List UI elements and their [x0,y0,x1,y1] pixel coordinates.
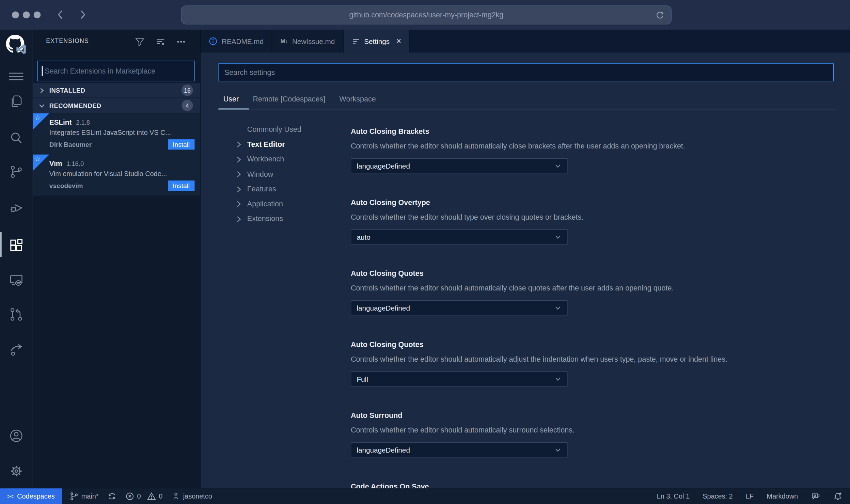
explorer-icon[interactable] [9,94,24,109]
settings-editor-icon [352,37,360,45]
extensions-icon[interactable] [9,237,24,253]
extensions-search-input[interactable] [43,67,194,75]
browser-titlebar: github.com/codespaces/user-my-project-mg… [0,0,850,30]
tree-item-application[interactable]: Application [225,196,344,211]
tree-item-window[interactable]: Window [225,167,344,182]
chevron-down-icon [554,162,562,170]
clear-extensions-icon[interactable] [156,37,166,47]
settings-gear-icon[interactable] [9,463,24,479]
tab-newissue[interactable]: M↓ NewIssue.md [272,30,344,53]
extension-publisher: vscodevim [49,182,83,189]
github-codespaces-logo [6,35,28,59]
address-bar[interactable]: github.com/codespaces/user-my-project-mg… [181,5,672,25]
extensions-sidebar: EXTENSIONS [33,30,201,489]
setting-title: Code Actions On Save [351,482,844,489]
window-minimize-dot[interactable] [23,11,30,18]
editor-group: README.md M↓ NewIssue.md Settings × [201,30,850,489]
codespaces-remote-button[interactable]: >< Codespaces [0,488,62,504]
window-close-dot[interactable] [12,11,19,18]
search-icon[interactable] [9,131,24,146]
installed-count-badge: 16 [182,84,193,96]
tree-item-workbench[interactable]: Workbench [225,152,344,167]
extension-description: Vim emulation for Visual Studio Code... [49,170,195,178]
pull-requests-icon[interactable] [9,307,24,322]
tree-item-commonly-used[interactable]: Commonly Used [225,122,344,137]
codespaces-label: Codespaces [17,492,55,500]
tab-readme[interactable]: README.md [201,30,272,53]
forward-icon[interactable] [76,8,89,21]
person-icon [171,492,180,501]
chevron-down-icon [554,304,562,312]
window-maximize-dot[interactable] [34,11,41,18]
scope-tab-remote[interactable]: Remote [Codespaces] [253,95,326,103]
settings-search-box[interactable] [218,63,834,81]
branch-indicator[interactable]: main* [69,492,99,501]
setting-title: Auto Closing Quotes [351,268,844,279]
chevron-down-icon [554,446,562,454]
extension-item-eslint[interactable]: ☆ ESLint 2.1.8 Integrates ESLint JavaScr… [33,113,200,155]
section-recommended[interactable]: RECOMMENDED 4 [33,98,200,113]
tree-item-extensions[interactable]: Extensions [225,211,344,226]
status-bar: >< Codespaces main* [0,488,850,504]
extension-name: Vim [49,159,62,168]
setting-title: Auto Surround [351,410,844,421]
source-control-icon[interactable] [9,164,24,179]
remote-explorer-icon[interactable] [9,273,24,288]
tree-item-features[interactable]: Features [225,182,344,196]
language-mode[interactable]: Markdown [767,492,798,500]
section-installed[interactable]: INSTALLED 16 [33,83,200,98]
sidebar-header: EXTENSIONS [33,30,200,53]
remote-icon: >< [7,493,13,499]
install-button[interactable]: Install [168,139,195,149]
warning-count: 0 [159,492,162,500]
errors-icon [125,492,135,501]
setting-dropdown[interactable]: Full [351,371,568,387]
editor-tabs: README.md M↓ NewIssue.md Settings × [201,30,850,53]
extension-version: 2.1.8 [76,119,90,126]
problems-indicator[interactable]: 0 0 [125,492,163,501]
close-icon[interactable]: × [396,37,401,45]
setting-description: Controls whether the editor should type … [351,212,844,223]
setting-dropdown[interactable]: auto [351,229,568,245]
section-label: RECOMMENDED [49,102,101,109]
window-controls[interactable] [12,11,41,18]
reload-icon[interactable] [655,10,665,20]
more-actions-icon[interactable] [176,37,186,47]
setting-dropdown[interactable]: languageDefined [351,300,568,316]
indentation[interactable]: Spaces: 2 [703,492,733,500]
sync-button[interactable] [107,492,116,501]
tab-label: README.md [222,37,264,45]
tab-settings[interactable]: Settings × [344,30,410,53]
setting-auto-closing-quotes: Auto Closing Quotes Controls whether the… [351,268,844,315]
run-debug-icon[interactable] [9,200,24,215]
back-icon[interactable] [54,8,67,21]
menu-hamburger-icon[interactable] [9,69,24,84]
account-icon[interactable] [9,428,24,444]
extension-item-vim[interactable]: ☆ Vim 1.16.0 Vim emulation for Visual St… [33,155,200,196]
eol-sequence[interactable]: LF [746,492,754,500]
user-indicator[interactable]: jasonetco [171,492,212,501]
filter-icon[interactable] [135,37,145,47]
cursor-position[interactable]: Ln 3, Col 1 [657,492,690,500]
extension-name: ESLint [49,118,72,126]
setting-dropdown[interactable]: languageDefined [351,158,568,174]
setting-auto-surround: Auto Surround Controls whether the edito… [351,410,844,457]
extensions-search-box[interactable] [37,61,195,81]
setting-dropdown[interactable]: languageDefined [351,442,568,458]
chevron-right-icon [37,86,46,94]
feedback-icon[interactable] [811,492,820,501]
tree-item-text-editor[interactable]: Text Editor [225,137,344,152]
scope-tab-workspace[interactable]: Workspace [340,95,376,103]
extension-version: 1.16.0 [66,160,84,167]
app-window: github.com/codespaces/user-my-project-mg… [0,0,850,504]
settings-editor: User Remote [Codespaces] Workspace Commo… [201,52,850,488]
chevron-down-icon [554,233,562,240]
share-icon[interactable] [9,342,24,357]
workbench: EXTENSIONS [0,30,850,489]
setting-auto-indent: Auto Closing Quotes Controls whether the… [351,339,844,386]
notifications-bell-icon[interactable] [833,492,843,501]
settings-search-input[interactable] [219,68,833,77]
tab-label: Settings [364,37,390,45]
install-button[interactable]: Install [168,180,195,191]
scope-tab-user[interactable]: User [223,95,239,103]
